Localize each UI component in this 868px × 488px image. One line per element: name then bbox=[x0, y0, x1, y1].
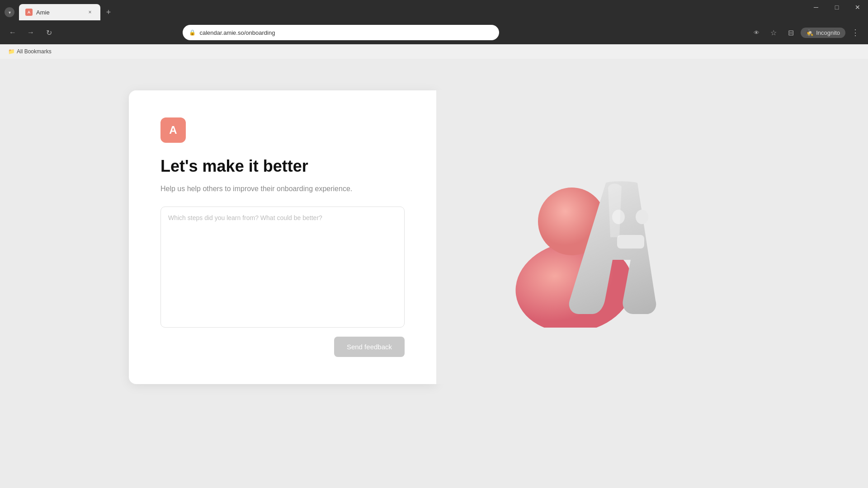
forward-icon: → bbox=[27, 28, 34, 37]
tab-dropdown-button[interactable]: ▾ bbox=[5, 7, 14, 17]
all-bookmarks-label: All Bookmarks bbox=[17, 48, 52, 55]
page-title: Let's make it better bbox=[160, 156, 405, 176]
back-icon: ← bbox=[9, 28, 16, 37]
minimize-button[interactable]: ─ bbox=[806, 0, 826, 14]
incognito-button[interactable]: 🕵 Incognito bbox=[801, 28, 845, 38]
plus-icon: + bbox=[106, 8, 111, 17]
all-bookmarks-link[interactable]: 📁 All Bookmarks bbox=[5, 47, 54, 56]
card-container: A Let's make it better Help us help othe… bbox=[129, 90, 739, 384]
page-subtitle: Help us help others to improve their onb… bbox=[160, 185, 405, 193]
amie-logo: A bbox=[160, 117, 186, 143]
close-icon: × bbox=[88, 9, 91, 15]
send-feedback-button[interactable]: Send feedback bbox=[334, 337, 405, 357]
bookmark-star-button[interactable]: ☆ bbox=[766, 25, 781, 40]
illustration-svg bbox=[502, 147, 674, 328]
url-text: calendar.amie.so/onboarding bbox=[199, 29, 275, 36]
folder-icon: 📁 bbox=[8, 48, 15, 55]
eye-slash-button[interactable]: 👁 bbox=[749, 25, 764, 40]
active-tab[interactable]: A Amie × bbox=[19, 4, 100, 20]
sidebar-button[interactable]: ⊟ bbox=[783, 25, 798, 40]
tab-title-label: Amie bbox=[36, 9, 82, 16]
refresh-button[interactable]: ↻ bbox=[42, 25, 56, 40]
sidebar-icon: ⊟ bbox=[788, 28, 794, 37]
eye-slash-icon: 👁 bbox=[754, 29, 760, 36]
tab-close-button[interactable]: × bbox=[86, 8, 94, 16]
tab-favicon: A bbox=[25, 9, 33, 16]
bookmarks-bar: 📁 All Bookmarks bbox=[0, 44, 868, 59]
more-menu-button[interactable]: ⋮ bbox=[848, 25, 863, 40]
feedback-textarea[interactable] bbox=[160, 206, 405, 328]
address-bar[interactable]: 🔒 calendar.amie.so/onboarding bbox=[183, 25, 499, 40]
forward-button[interactable]: → bbox=[24, 25, 38, 40]
close-button[interactable]: ✕ bbox=[847, 0, 868, 14]
new-tab-button[interactable]: + bbox=[102, 6, 115, 19]
right-side-illustration bbox=[436, 90, 739, 384]
illustration bbox=[436, 90, 739, 384]
incognito-icon: 🕵 bbox=[806, 29, 813, 36]
send-feedback-label: Send feedback bbox=[347, 343, 392, 351]
svg-rect-2 bbox=[617, 235, 644, 249]
page-content: A Let's make it better Help us help othe… bbox=[0, 59, 868, 488]
incognito-label: Incognito bbox=[816, 29, 840, 36]
star-icon: ☆ bbox=[770, 28, 777, 37]
svg-point-4 bbox=[636, 210, 648, 224]
maximize-button[interactable]: □ bbox=[826, 0, 847, 14]
lock-icon: 🔒 bbox=[189, 29, 196, 36]
logo-letter: A bbox=[169, 124, 177, 136]
left-card: A Let's make it better Help us help othe… bbox=[129, 90, 436, 384]
chevron-down-icon: ▾ bbox=[9, 10, 11, 15]
more-icon: ⋮ bbox=[851, 28, 859, 38]
refresh-icon: ↻ bbox=[46, 28, 52, 37]
back-button[interactable]: ← bbox=[5, 25, 20, 40]
